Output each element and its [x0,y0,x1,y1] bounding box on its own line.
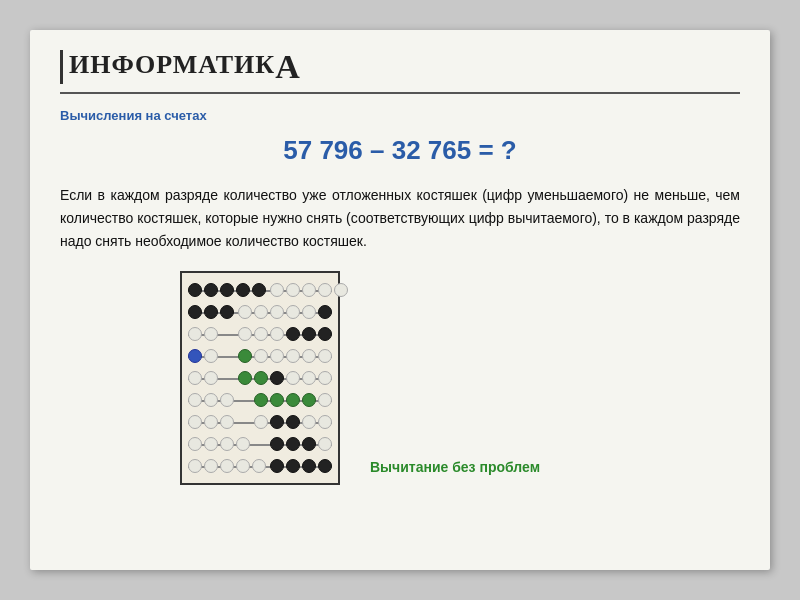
body-paragraph: Если в каждом разряде количество уже отл… [60,184,740,253]
abacus-bead [204,459,218,473]
abacus-bead [286,305,300,319]
abacus-bead [286,459,300,473]
abacus-bead [270,305,284,319]
abacus-bead [254,327,268,341]
logo-text: ИНФОРМАТИК [69,50,275,79]
abacus-bead [270,283,284,297]
abacus-bead [270,371,284,385]
abacus-bead [188,305,202,319]
abacus-bead [204,415,218,429]
abacus-bead [286,327,300,341]
abacus-bead [302,415,316,429]
content-area: Вычитание без проблем [60,271,740,485]
abacus [180,271,340,485]
section-title: Вычисления на счетах [60,108,740,123]
abacus-bead [318,393,332,407]
abacus-bead [318,283,332,297]
abacus-bead [236,283,250,297]
abacus-bead [254,349,268,363]
abacus-row [188,435,332,453]
abacus-bead [188,327,202,341]
abacus-bead [302,393,316,407]
abacus-wrapper [180,271,340,485]
abacus-bead [318,305,332,319]
abacus-bead [188,393,202,407]
abacus-bead [236,437,250,451]
abacus-row [188,325,332,343]
abacus-bead [220,393,234,407]
abacus-row [188,303,332,321]
abacus-bead [270,437,284,451]
abacus-bead [220,283,234,297]
logo: ИНФОРМАТИКА [60,50,301,84]
abacus-bead [220,437,234,451]
abacus-bead [318,327,332,341]
abacus-caption: Вычитание без проблем [370,459,540,485]
abacus-bead [270,459,284,473]
abacus-bead [188,283,202,297]
abacus-bead [220,459,234,473]
equation: 57 796 – 32 765 = ? [60,135,740,166]
abacus-bead [188,415,202,429]
abacus-row [188,413,332,431]
abacus-bead [204,305,218,319]
abacus-bead [188,459,202,473]
abacus-bead [204,349,218,363]
main-card: ИНФОРМАТИКА Вычисления на счетах 57 796 … [30,30,770,570]
abacus-bead [188,349,202,363]
abacus-bead [318,349,332,363]
abacus-row [188,281,332,299]
abacus-bead [236,459,250,473]
abacus-bead [270,327,284,341]
abacus-bead [302,349,316,363]
abacus-bead [220,415,234,429]
abacus-bead [302,305,316,319]
header: ИНФОРМАТИКА [60,50,740,94]
abacus-bead [238,349,252,363]
abacus-bead [286,349,300,363]
abacus-bead [318,437,332,451]
abacus-bead [204,437,218,451]
abacus-bead [302,327,316,341]
abacus-bead [238,371,252,385]
abacus-bead [270,415,284,429]
abacus-row [188,391,332,409]
abacus-row [188,347,332,365]
abacus-bead [286,393,300,407]
abacus-bead [204,283,218,297]
abacus-bead [252,459,266,473]
abacus-bead [302,371,316,385]
abacus-bead [286,283,300,297]
abacus-row [188,369,332,387]
abacus-bead [204,327,218,341]
abacus-bead [188,371,202,385]
abacus-bead [254,371,268,385]
abacus-bead [302,459,316,473]
logo-big-a: А [275,48,301,85]
abacus-bead [318,415,332,429]
abacus-bead [302,437,316,451]
abacus-bead [318,459,332,473]
abacus-bead [188,437,202,451]
abacus-bead [270,349,284,363]
abacus-bead [318,371,332,385]
abacus-bead [252,283,266,297]
abacus-bead [254,415,268,429]
abacus-bead [204,393,218,407]
abacus-row [188,457,332,475]
abacus-bead [204,371,218,385]
abacus-bead [238,327,252,341]
abacus-bead [334,283,348,297]
abacus-bead [302,283,316,297]
abacus-bead [238,305,252,319]
abacus-bead [254,393,268,407]
abacus-bead [286,371,300,385]
abacus-bead [286,415,300,429]
abacus-bead [254,305,268,319]
abacus-bead [286,437,300,451]
abacus-bead [220,305,234,319]
abacus-bead [270,393,284,407]
